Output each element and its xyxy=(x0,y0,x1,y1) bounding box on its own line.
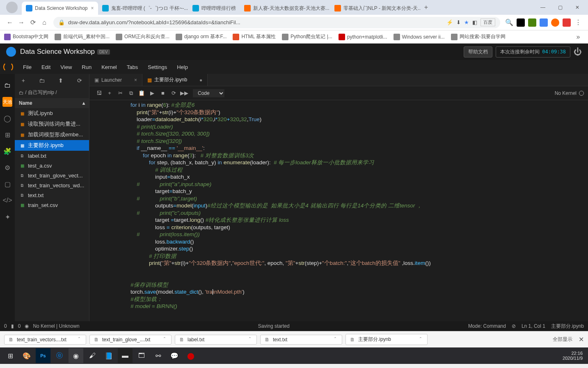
menu-edit[interactable]: Edit xyxy=(37,64,55,70)
bookmark-item[interactable]: Windows server ii... xyxy=(394,34,445,40)
file-item[interactable]: ▦加载词模型形成embe... xyxy=(15,129,89,140)
kernel-status[interactable]: No Kernel xyxy=(555,90,584,96)
cell-type-select[interactable]: Code xyxy=(193,89,224,97)
chevron-up-icon[interactable]: ˆ xyxy=(164,337,165,343)
app-icon[interactable]: 🎨 xyxy=(19,348,34,363)
close-icon[interactable]: × xyxy=(134,77,137,83)
file-item[interactable]: 🗎label.txt xyxy=(15,151,89,161)
menu-icon[interactable]: ⋮ xyxy=(572,17,584,28)
file-item[interactable]: ▦读取预训练词向量进... xyxy=(15,119,89,129)
minimize-icon[interactable]: — xyxy=(534,2,551,13)
lightning-icon[interactable]: ⚡ xyxy=(446,19,453,25)
help-doc-button[interactable]: 帮助文档 xyxy=(464,46,492,58)
start-menu-icon[interactable]: ⊞ xyxy=(3,348,18,363)
cut-icon[interactable]: ✂ xyxy=(115,88,126,99)
ie-icon[interactable]: ⓔ xyxy=(52,348,67,363)
refresh-icon[interactable]: ⟳ xyxy=(77,77,82,84)
kernel-icon[interactable]: ◉ xyxy=(25,323,29,329)
close-icon[interactable]: ✕ xyxy=(569,2,586,13)
extension-icon[interactable]: 🧩 xyxy=(2,146,12,156)
extension-icon[interactable] xyxy=(563,18,571,27)
stop-icon[interactable]: ■ xyxy=(158,88,168,99)
file-item[interactable]: 🗎text.txt xyxy=(15,190,89,200)
close-icon[interactable]: × xyxy=(91,5,94,11)
file-item-selected[interactable]: ▦主要部分.ipynb xyxy=(15,140,89,151)
browser-tab[interactable]: 哔哩哔哩排行榜 xyxy=(188,2,240,15)
new-tab-button[interactable]: + xyxy=(421,2,432,13)
folder-icon[interactable]: 🗀 xyxy=(2,80,12,90)
bookmark-item[interactable]: python+matplotli... xyxy=(339,34,387,40)
bookmark-item[interactable]: HTML 基本属性 xyxy=(233,33,276,40)
photoshop-icon[interactable]: Ps xyxy=(36,348,50,363)
download-item[interactable]: 🗎text_train_glove_....txtˆ xyxy=(89,335,172,345)
restart-icon[interactable]: ⟳ xyxy=(168,88,179,99)
forward-button[interactable]: → xyxy=(16,17,27,28)
commands-icon[interactable]: ⊞ xyxy=(2,130,12,140)
menu-run[interactable]: Run xyxy=(77,64,96,70)
extension-icon[interactable] xyxy=(551,18,559,27)
address-bar[interactable]: 🔒 dsw-dev.data.aliyun.com/?notebookLabId… xyxy=(53,17,500,28)
run-all-icon[interactable]: ▶▶ xyxy=(179,88,190,99)
baidu-badge[interactable]: 百度 xyxy=(480,18,495,26)
running-icon[interactable]: ◯ xyxy=(2,113,12,123)
app-icon[interactable]: 🖌 xyxy=(85,348,100,363)
upload-icon[interactable]: ⬆ xyxy=(58,77,63,84)
file-item[interactable]: ▦test_a.csv xyxy=(15,161,89,170)
app-icon[interactable]: 🗔 xyxy=(134,348,149,363)
menu-settings[interactable]: Settings xyxy=(143,64,172,70)
editor-tab-launcher[interactable]: ▣ Launcher × xyxy=(89,74,142,86)
maximize-icon[interactable]: ▢ xyxy=(551,2,569,13)
record-icon[interactable]: ⬤ xyxy=(183,348,198,363)
add-cell-icon[interactable]: + xyxy=(104,88,115,99)
wechat-icon[interactable]: 💬 xyxy=(167,348,182,363)
close-icon[interactable]: ✕ xyxy=(579,336,584,343)
home-button[interactable]: ⌂ xyxy=(39,17,50,28)
copy-icon[interactable]: ⧉ xyxy=(126,88,136,99)
app-icon[interactable]: ⚯ xyxy=(151,348,165,363)
app-icon[interactable]: 📘 xyxy=(101,348,116,363)
bookmark-item[interactable]: django orm 基本F... xyxy=(176,33,227,40)
settings-icon[interactable]: ⚙ xyxy=(2,163,12,172)
chevron-up-icon[interactable]: ˆ xyxy=(78,337,80,343)
terminal-icon[interactable]: ▮ xyxy=(11,323,14,329)
code-icon[interactable]: </> xyxy=(2,196,12,205)
browser-tab[interactable]: 鬼畜-哔哩哔哩 (゜-゜)つロ 干杯~-... xyxy=(98,2,188,15)
download-item[interactable]: 🗎text.txtˆ xyxy=(260,335,342,345)
save-icon[interactable]: 🖫 xyxy=(94,88,104,99)
bookmark-item[interactable]: Python爬虫笔记 |... xyxy=(282,33,332,40)
run-icon[interactable]: ▶ xyxy=(147,88,158,99)
bookmarks-overflow-icon[interactable]: » xyxy=(572,31,584,43)
star-icon[interactable]: ★ xyxy=(464,19,469,25)
menu-tabs[interactable]: Tabs xyxy=(122,64,143,70)
star-icon[interactable]: ✦ xyxy=(2,212,12,222)
terminal-icon[interactable]: ▬ xyxy=(118,348,133,363)
column-header-name[interactable]: Name▴ xyxy=(15,98,89,108)
browser-tab-active[interactable]: Data Science Workshop × xyxy=(22,2,98,15)
file-item[interactable]: ▦train_set.csv xyxy=(15,200,89,210)
browser-tab[interactable]: 零基础入门NLP - 新闻文本分类-天... xyxy=(330,2,421,15)
show-all-downloads[interactable]: 全部显示 xyxy=(553,336,572,343)
extension-icon[interactable] xyxy=(540,18,548,27)
reload-button[interactable]: ⟳ xyxy=(27,17,39,28)
menu-kernel[interactable]: Kernel xyxy=(96,64,122,70)
file-item[interactable]: 🗎text_train_glove_vect... xyxy=(15,170,89,180)
profile-avatar[interactable] xyxy=(6,2,18,13)
system-clock[interactable]: 22:162020/11/9 xyxy=(563,351,586,361)
search-icon[interactable]: 🔍 xyxy=(503,17,515,28)
unsaved-dot-icon[interactable]: ● xyxy=(199,77,202,83)
bookmark-item[interactable]: 网站搜索-我要自学网 xyxy=(451,33,506,40)
chevron-up-icon[interactable]: ˆ xyxy=(334,337,336,343)
menu-file[interactable]: File xyxy=(18,64,37,70)
chevron-up-icon[interactable]: ˆ xyxy=(249,337,251,343)
ext-icon[interactable]: ◧ xyxy=(472,19,477,25)
extension-icon[interactable] xyxy=(528,18,536,27)
download-item[interactable]: 🗎label.txtˆ xyxy=(175,335,257,345)
power-icon[interactable]: ⏻ xyxy=(574,47,582,57)
new-file-icon[interactable]: 🗀 xyxy=(39,77,45,84)
new-folder-icon[interactable]: + xyxy=(22,77,25,84)
tabs-icon[interactable]: ▢ xyxy=(2,179,12,189)
chrome-icon[interactable]: ◉ xyxy=(69,348,83,363)
menu-help[interactable]: Help xyxy=(172,64,193,70)
tianchi-icon[interactable]: 天池 xyxy=(2,97,12,107)
breadcrumb[interactable]: 🗀 / 自己写的nlp / xyxy=(15,87,89,98)
